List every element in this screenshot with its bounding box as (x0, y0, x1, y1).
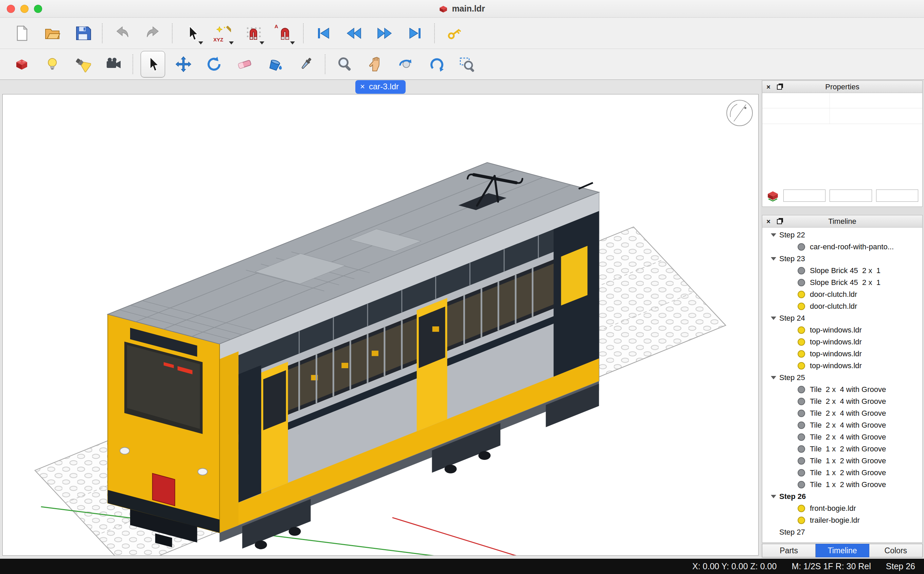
camera-icon (105, 56, 121, 73)
lego-tram-model[interactable] (108, 163, 599, 550)
timeline-part-item[interactable]: car-end-roof-with-panto... (762, 241, 922, 253)
timeline-step[interactable]: Step 25 (762, 372, 922, 383)
close-window-button[interactable] (7, 5, 15, 13)
float-panel-button[interactable] (775, 218, 784, 226)
part-label: Tile 1 x 2 with Groove (810, 445, 886, 453)
timeline-step-label: Step 27 (779, 528, 805, 537)
rotate-tool-button[interactable] (205, 51, 224, 77)
timeline-part-item[interactable]: Slope Brick 45 2 x 1 (762, 265, 922, 276)
property-field-3[interactable] (876, 189, 918, 202)
select-tool-button[interactable] (140, 51, 165, 77)
panel-tab-colors[interactable]: Colors (869, 544, 922, 557)
insert-light-button[interactable] (43, 51, 62, 77)
timeline-step[interactable]: Step 24 (762, 312, 922, 324)
delete-tool-button[interactable] (235, 51, 254, 77)
move-arrows-icon (175, 56, 192, 73)
timeline-part-item[interactable]: Tile 1 x 2 with Groove (762, 479, 922, 490)
timeline-step-label: Step 25 (779, 373, 805, 382)
timeline-part-item[interactable]: top-windows.ldr (762, 336, 922, 348)
timeline-part-item[interactable]: top-windows.ldr (762, 324, 922, 336)
color-picker-tool-button[interactable] (296, 51, 315, 77)
timeline-part-item[interactable]: Tile 1 x 2 with Groove (762, 467, 922, 479)
chevron-down-icon[interactable] (768, 376, 779, 379)
float-panel-button[interactable] (775, 83, 784, 91)
paint-bucket-icon (267, 56, 283, 73)
chevron-down-icon[interactable] (768, 257, 779, 260)
property-field-1[interactable] (784, 189, 825, 202)
snap-angle-button[interactable]: A (274, 20, 293, 47)
timeline-step[interactable]: Step 22 (762, 229, 922, 241)
timeline-part-item[interactable]: Tile 2 x 4 with Groove (762, 419, 922, 431)
insert-spotlight-button[interactable] (73, 51, 92, 77)
next-step-button[interactable] (375, 20, 394, 47)
part-label: Tile 1 x 2 with Groove (810, 480, 886, 489)
timeline-part-item[interactable]: Tile 2 x 4 with Groove (762, 383, 922, 395)
timeline-step[interactable]: Step 27 (762, 526, 922, 538)
snap-move-button[interactable] (244, 20, 263, 47)
paint-tool-button[interactable] (266, 51, 285, 77)
timeline-step[interactable]: Step 26 (762, 490, 922, 502)
timeline-part-item[interactable]: Slope Brick 45 2 x 1 (762, 276, 922, 289)
timeline-part-item[interactable]: Tile 1 x 2 with Groove (762, 443, 922, 455)
timeline-part-item[interactable]: top-windows.ldr (762, 348, 922, 360)
close-panel-button[interactable]: × (764, 218, 773, 226)
rotate-view-tool-button[interactable] (397, 51, 416, 77)
window-title: main.ldr (439, 4, 485, 14)
roll-tool-button[interactable] (427, 51, 446, 77)
zoom-window-button[interactable] (34, 5, 42, 13)
double-arrow-left-icon (346, 25, 362, 41)
zoom-region-tool-button[interactable] (458, 51, 477, 77)
chevron-down-icon[interactable] (768, 233, 779, 237)
timeline-part-item[interactable]: door-clutch.ldr (762, 300, 922, 312)
panel-tab-timeline[interactable]: Timeline (816, 544, 869, 557)
timeline-part-item[interactable]: Tile 2 x 4 with Groove (762, 407, 922, 419)
open-file-button[interactable] (43, 20, 62, 47)
key-button[interactable] (445, 20, 464, 47)
part-color-icon (798, 386, 805, 393)
viewport-canvas[interactable] (2, 94, 758, 556)
undo-button[interactable] (113, 20, 132, 47)
view-compass[interactable] (727, 100, 752, 126)
select-mode-button[interactable] (183, 20, 202, 47)
redo-icon (145, 25, 161, 41)
new-file-button[interactable] (12, 20, 31, 47)
part-color-icon (798, 410, 805, 417)
insert-camera-button[interactable] (104, 51, 123, 77)
timeline-part-item[interactable]: Tile 1 x 2 with Groove (762, 455, 922, 467)
timeline-part-item[interactable]: Tile 2 x 4 with Groove (762, 395, 922, 407)
status-bar: X: 0.00 Y: 0.00 Z: 0.00 M: 1/2S 1F R: 30… (0, 559, 924, 574)
part-label: top-windows.ldr (810, 350, 862, 358)
timeline-step[interactable]: Step 23 (762, 253, 922, 265)
property-field-2[interactable] (829, 189, 872, 202)
document-tab[interactable]: × car-3.ldr (355, 80, 405, 94)
timeline-panel: × Timeline Step 22car-end-roof-with-pant… (762, 215, 922, 543)
key-icon (446, 25, 463, 41)
chevron-down-icon[interactable] (768, 495, 779, 498)
part-label: car-end-roof-with-panto... (810, 243, 894, 251)
redo-button[interactable] (143, 20, 162, 47)
timeline-step-label: Step 26 (779, 492, 806, 501)
save-icon (75, 25, 91, 41)
timeline-step-label: Step 24 (779, 314, 805, 323)
previous-step-button[interactable] (344, 20, 363, 47)
chevron-down-icon[interactable] (768, 317, 779, 320)
timeline-part-item[interactable]: top-windows.ldr (762, 360, 922, 372)
snap-xyz-button[interactable]: XYZ (213, 20, 232, 47)
pan-tool-button[interactable] (366, 51, 385, 77)
timeline-part-item[interactable]: Tile 2 x 4 with Groove (762, 431, 922, 443)
timeline-part-item[interactable]: trailer-bogie.ldr (762, 514, 922, 526)
timeline-part-item[interactable]: front-bogie.ldr (762, 502, 922, 514)
close-panel-button[interactable]: × (764, 83, 773, 91)
move-tool-button[interactable] (174, 51, 193, 77)
save-file-button[interactable] (73, 20, 92, 47)
timeline-part-item[interactable]: door-clutch.ldr (762, 289, 922, 300)
last-step-button[interactable] (405, 20, 425, 47)
insert-piece-button[interactable] (12, 51, 31, 77)
panel-tab-parts[interactable]: Parts (762, 544, 816, 557)
part-color-icon (798, 279, 805, 286)
zoom-tool-button[interactable] (336, 51, 355, 77)
part-color-icon (798, 303, 805, 310)
close-tab-icon[interactable]: × (360, 82, 365, 91)
minimize-window-button[interactable] (20, 5, 28, 13)
first-step-button[interactable] (314, 20, 333, 47)
